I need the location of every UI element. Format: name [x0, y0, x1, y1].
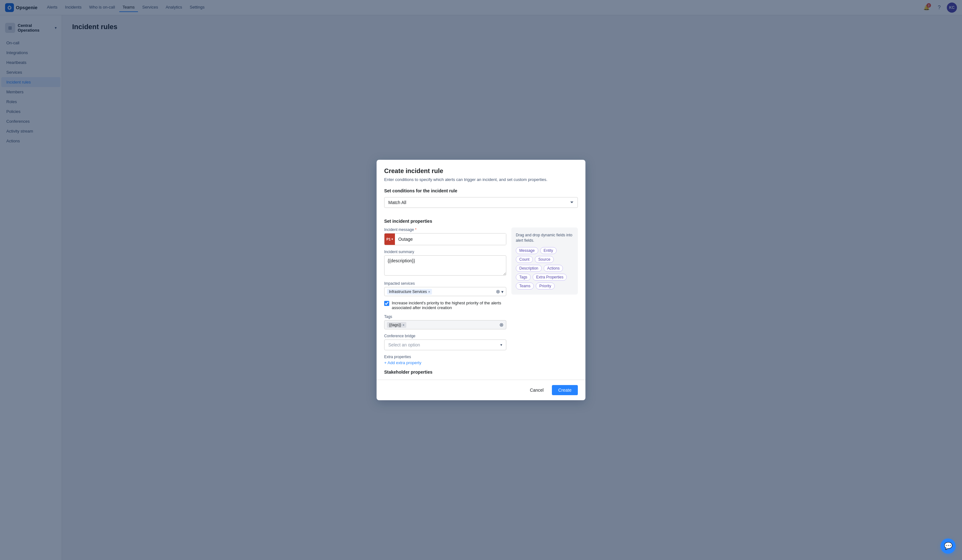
stakeholder-properties-title: Stakeholder properties	[384, 370, 506, 374]
conference-bridge-field: Conference bridge Select an option ▾	[384, 334, 506, 350]
dynamic-chip-count[interactable]: Count	[516, 256, 533, 263]
modal-subtitle: Enter conditions to specify which alerts…	[384, 177, 578, 182]
match-all-dropdown[interactable]: Match All	[384, 197, 578, 208]
multiselect-icons: ⊗ ▾	[496, 289, 504, 295]
incident-props-section: Set incident properties Incident message…	[384, 219, 578, 374]
required-indicator: *	[415, 228, 416, 232]
modal-header: Create incident rule Enter conditions to…	[376, 160, 586, 182]
incident-props-section-title: Set incident properties	[384, 219, 578, 224]
incident-props-form: Incident message * P1 ▾	[384, 228, 506, 374]
impacted-service-chip: Infrastructure Services ×	[387, 289, 432, 295]
incident-summary-field: Incident summary {{description}}	[384, 250, 506, 277]
dynamic-chip-description[interactable]: Description	[516, 265, 542, 272]
conditions-section-title: Set conditions for the incident rule	[384, 188, 578, 193]
dynamic-chip-entity[interactable]: Entity	[540, 247, 557, 254]
impacted-services-select[interactable]: Infrastructure Services × ⊗ ▾	[384, 287, 506, 296]
modal-body: Set conditions for the incident rule Mat…	[376, 188, 586, 380]
tags-clear-icon[interactable]: ⊗	[499, 322, 504, 328]
incident-message-label: Incident message *	[384, 228, 506, 232]
tags-select[interactable]: {{tags}} × ⊗	[384, 320, 506, 329]
impacted-services-label: Impacted services	[384, 281, 506, 286]
dynamic-chip-source[interactable]: Source	[535, 256, 554, 263]
dynamic-fields-panel: Drag and drop dynamic fields into alert …	[512, 228, 578, 295]
extra-properties-section: Extra properties + Add extra property	[384, 355, 506, 365]
conditions-section: Set conditions for the incident rule Mat…	[384, 188, 578, 214]
incident-summary-label: Incident summary	[384, 250, 506, 254]
modal-footer: Cancel Create	[376, 380, 586, 400]
dynamic-chip-tags[interactable]: Tags	[516, 274, 531, 281]
priority-chevron-icon: ▾	[391, 237, 393, 241]
conference-bridge-select[interactable]: Select an option ▾	[384, 339, 506, 350]
extra-properties-label: Extra properties	[384, 355, 506, 359]
dynamic-chip-extra-properties[interactable]: Extra Properties	[533, 274, 567, 281]
multiselect-clear-icon[interactable]: ⊗	[496, 289, 500, 295]
dynamic-chip-message[interactable]: Message	[516, 247, 538, 254]
create-incident-rule-modal: Create incident rule Enter conditions to…	[376, 160, 586, 400]
incident-message-input-row: P1 ▾	[384, 233, 506, 245]
impacted-service-chip-label: Infrastructure Services	[389, 289, 427, 294]
dynamic-chip-actions[interactable]: Actions	[544, 265, 563, 272]
chat-icon: 💬	[944, 542, 952, 550]
incident-props-grid: Incident message * P1 ▾	[384, 228, 578, 374]
priority-checkbox-label: Increase incident's priority to the high…	[392, 300, 506, 310]
priority-checkbox[interactable]	[384, 301, 389, 306]
tags-chips: {{tags}} ×	[387, 322, 499, 328]
tags-field: Tags {{tags}} × ⊗	[384, 315, 506, 329]
chat-support-button[interactable]: 💬	[941, 539, 956, 554]
cancel-button[interactable]: Cancel	[525, 385, 549, 395]
conference-bridge-label: Conference bridge	[384, 334, 506, 338]
impacted-services-field: Impacted services Infrastructure Service…	[384, 281, 506, 296]
modal-title: Create incident rule	[384, 167, 578, 175]
dynamic-chips-container: Message Entity Count Source Description …	[516, 247, 573, 289]
impacted-services-tags: Infrastructure Services ×	[387, 289, 496, 295]
incident-summary-textarea[interactable]: {{description}}	[384, 255, 506, 276]
conference-bridge-placeholder: Select an option	[388, 342, 420, 347]
priority-badge-label: P1	[386, 237, 391, 241]
tag-chip-remove[interactable]: ×	[402, 323, 404, 327]
tag-chip-label: {{tags}}	[389, 323, 401, 327]
impacted-service-chip-remove[interactable]: ×	[428, 290, 430, 294]
tag-chip: {{tags}} ×	[387, 322, 406, 328]
priority-badge[interactable]: P1 ▾	[384, 234, 395, 245]
tags-label: Tags	[384, 315, 506, 319]
modal-overlay: Create incident rule Enter conditions to…	[0, 0, 962, 560]
dynamic-chip-priority[interactable]: Priority	[536, 282, 554, 289]
add-extra-property-link[interactable]: + Add extra property	[384, 360, 421, 365]
conference-bridge-arrow-icon: ▾	[500, 343, 502, 347]
dynamic-panel-title: Drag and drop dynamic fields into alert …	[516, 232, 573, 243]
incident-message-input[interactable]	[395, 234, 506, 245]
priority-checkbox-row: Increase incident's priority to the high…	[384, 300, 506, 310]
multiselect-arrow-icon[interactable]: ▾	[501, 289, 504, 294]
incident-message-field: Incident message * P1 ▾	[384, 228, 506, 245]
dynamic-chip-teams[interactable]: Teams	[516, 282, 534, 289]
create-button[interactable]: Create	[552, 385, 578, 395]
